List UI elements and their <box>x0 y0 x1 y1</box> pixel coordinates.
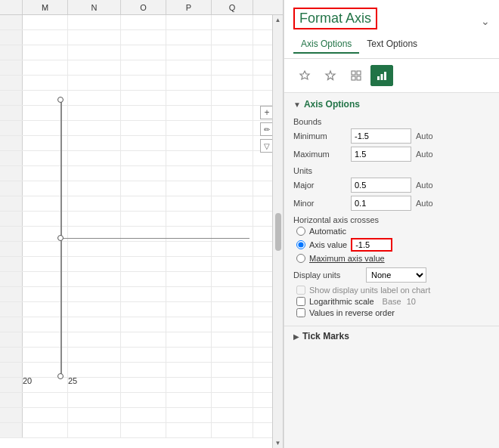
grid-cell[interactable] <box>121 423 166 437</box>
grid-row <box>0 60 283 76</box>
minimum-label: Minimum <box>293 131 346 141</box>
minimum-input[interactable] <box>351 128 411 144</box>
grid-cell[interactable] <box>23 423 68 437</box>
grid-cell[interactable] <box>121 408 166 422</box>
grid-cell[interactable] <box>121 393 166 407</box>
log-scale-row: Logarithmic scale Base 10 <box>293 297 490 306</box>
grid-cell[interactable] <box>23 30 68 45</box>
row-num <box>0 317 23 332</box>
svg-rect-5 <box>377 76 380 80</box>
row-num <box>0 408 23 422</box>
grid-cell[interactable] <box>212 76 253 90</box>
grid-cell[interactable] <box>166 60 212 75</box>
svg-marker-0 <box>326 71 335 80</box>
grid-cell[interactable] <box>121 60 166 75</box>
grid-cell[interactable] <box>166 423 212 437</box>
axis-label-25: 25 <box>68 376 77 385</box>
axis-value-radio-row: Axis value <box>293 238 490 252</box>
row-num <box>0 15 23 29</box>
grid-cell[interactable] <box>212 30 253 45</box>
grid-cell[interactable] <box>121 30 166 45</box>
grid-cell[interactable] <box>166 45 212 60</box>
row-num <box>0 181 23 196</box>
column-headers: M N O P Q <box>0 0 283 15</box>
axis-value-input[interactable] <box>351 238 392 252</box>
grid-cell[interactable] <box>166 76 212 90</box>
grid-row <box>0 423 283 438</box>
vertical-scrollbar[interactable]: ▲ ▼ <box>272 15 283 448</box>
minimum-field-row: Minimum Auto <box>293 128 490 144</box>
grid-cell[interactable] <box>68 60 121 75</box>
grid-cell[interactable] <box>68 45 121 60</box>
grid-cell[interactable] <box>23 60 68 75</box>
grid-cell[interactable] <box>166 393 212 407</box>
maximum-input[interactable] <box>351 147 411 162</box>
grid-cell[interactable] <box>23 393 68 407</box>
panel-content: ▼ Axis Options Bounds Minimum Auto Maxim… <box>284 93 499 448</box>
grid-cell[interactable] <box>121 45 166 60</box>
scroll-down-arrow[interactable]: ▼ <box>274 438 283 448</box>
grid-cell[interactable] <box>212 408 253 422</box>
grid-cell[interactable] <box>212 393 253 407</box>
effects-icon-btn[interactable] <box>319 65 342 86</box>
chart-options-icon-btn[interactable] <box>370 65 393 86</box>
grid-cell[interactable] <box>68 408 121 422</box>
layout-icon-btn[interactable] <box>345 65 367 86</box>
major-input[interactable] <box>351 178 411 193</box>
grid-cell[interactable] <box>212 423 253 437</box>
col-header-q: Q <box>212 0 253 14</box>
spreadsheet-area: M N O P Q for(let i=1; i<=28; i++) { doc… <box>0 0 284 448</box>
axis-options-section-header[interactable]: ▼ Axis Options <box>284 93 499 113</box>
grid-cell[interactable] <box>166 15 212 29</box>
major-field-row: Major Auto <box>293 178 490 193</box>
grid-cell[interactable] <box>121 76 166 90</box>
grid-cell[interactable] <box>23 76 68 90</box>
values-reverse-label: Values in reverse order <box>309 308 395 317</box>
axis-label-20: 20 <box>23 376 32 385</box>
log-scale-label: Logarithmic scale <box>309 297 374 306</box>
minor-auto: Auto <box>416 199 433 208</box>
minor-input[interactable] <box>351 196 411 211</box>
axis-point-top <box>57 97 64 103</box>
grid-cell[interactable] <box>68 30 121 45</box>
grid-cell[interactable] <box>68 393 121 407</box>
grid-row <box>0 15 283 30</box>
grid-cell[interactable] <box>212 45 253 60</box>
maximum-field-row: Maximum Auto <box>293 147 490 162</box>
scroll-up-arrow[interactable]: ▲ <box>274 15 283 25</box>
grid-cell[interactable] <box>68 76 121 90</box>
row-num <box>0 393 23 407</box>
grid-cell[interactable] <box>23 408 68 422</box>
panel-tabs: Axis Options Text Options <box>293 36 490 54</box>
tab-text-options[interactable]: Text Options <box>359 36 425 54</box>
tick-marks-section[interactable]: ▶ Tick Marks <box>284 326 499 346</box>
values-reverse-checkbox[interactable] <box>296 308 305 317</box>
row-num <box>0 378 23 392</box>
maximum-auto: Auto <box>416 150 433 159</box>
svg-rect-1 <box>352 71 355 75</box>
axis-value-radio[interactable] <box>296 240 305 249</box>
grid-cell[interactable] <box>212 15 253 29</box>
tab-axis-options[interactable]: Axis Options <box>293 36 359 54</box>
grid-cell[interactable] <box>212 60 253 75</box>
scroll-thumb[interactable] <box>275 213 281 251</box>
display-units-select[interactable]: None Hundreds Thousands Millions <box>366 267 426 283</box>
max-axis-value-radio[interactable] <box>296 254 305 263</box>
grid-cell[interactable] <box>166 408 212 422</box>
grid-cell[interactable] <box>166 30 212 45</box>
grid-cell[interactable] <box>23 45 68 60</box>
grid-cell[interactable] <box>68 15 121 29</box>
row-num <box>0 45 23 60</box>
show-display-label-text: Show display units label on chart <box>309 286 430 295</box>
row-num <box>0 363 23 377</box>
grid-cell[interactable] <box>121 15 166 29</box>
show-display-label-checkbox[interactable] <box>296 286 305 295</box>
row-num-header <box>0 0 23 14</box>
maximum-label: Maximum <box>293 150 346 159</box>
log-scale-checkbox[interactable] <box>296 297 305 306</box>
fill-line-icon-btn[interactable] <box>293 65 316 86</box>
grid-cell[interactable] <box>23 15 68 29</box>
panel-close-button[interactable]: ⌄ <box>481 15 490 27</box>
grid-cell[interactable] <box>68 423 121 437</box>
automatic-radio[interactable] <box>296 227 305 236</box>
